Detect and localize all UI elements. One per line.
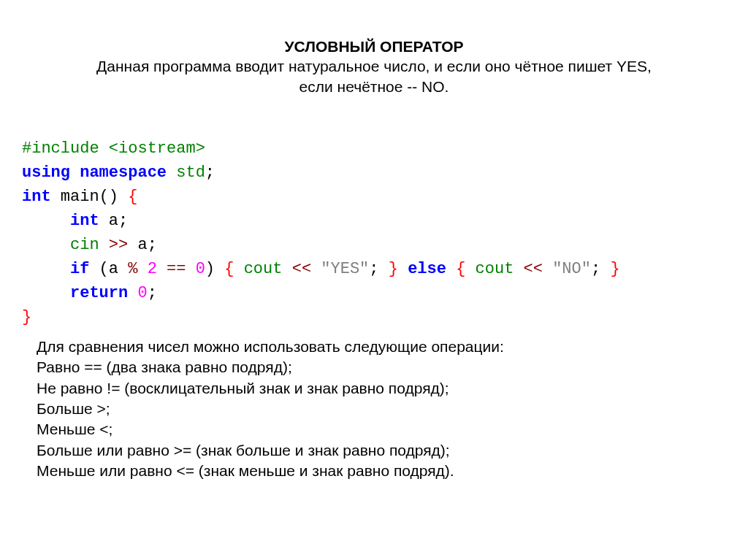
code-brace-open: {: [215, 260, 244, 278]
slide-subtitle-line1: Данная программа вводит натуральное числ…: [22, 56, 726, 76]
code-return: return: [70, 284, 128, 302]
code-if: if: [70, 260, 89, 278]
code-semi: ;: [118, 212, 128, 230]
code-block: #include <iostream> using namespace std;…: [22, 137, 726, 329]
code-int: int: [22, 188, 51, 206]
header-block: УСЛОВНЫЙ ОПЕРАТОР Данная программа вводи…: [22, 37, 726, 96]
code-indent: [22, 284, 70, 302]
code-brace-close: }: [379, 260, 408, 278]
code-string-no: "NO": [552, 260, 591, 278]
code-shl: <<: [514, 260, 552, 278]
code-rparen: ): [205, 260, 215, 278]
code-cin: cin: [70, 236, 99, 254]
code-indent: [22, 260, 70, 278]
code-var-a2: a: [128, 236, 147, 254]
notes-line: Меньше или равно <= (знак меньше и знак …: [37, 461, 726, 481]
code-shr: >>: [99, 236, 129, 254]
code-iostream: <iostream>: [99, 139, 205, 158]
code-include-directive: #include: [22, 139, 99, 158]
code-eqeq: ==: [157, 260, 196, 278]
code-lparen: (: [89, 260, 108, 278]
notes-line: Меньше <;: [37, 419, 726, 440]
code-namespace: namespace: [70, 164, 167, 182]
code-semi: ;: [148, 284, 157, 302]
code-two: 2: [148, 260, 157, 278]
code-else: else: [408, 260, 446, 278]
code-int2: int: [70, 212, 99, 230]
code-semi: ;: [148, 236, 157, 254]
code-ret-zero: 0: [128, 284, 147, 302]
code-indent: [22, 212, 70, 230]
code-semi: ;: [205, 164, 215, 182]
code-a: a: [109, 260, 128, 278]
slide-subtitle-line2: если нечётное -- NO.: [22, 77, 726, 96]
code-brace-open: {: [128, 188, 137, 206]
notes-line: Больше >;: [37, 399, 726, 419]
code-using: using: [22, 164, 70, 182]
code-cout: cout: [476, 260, 514, 278]
notes-line: Не равно != (восклицательный знак и знак…: [37, 378, 726, 399]
code-cout: cout: [244, 260, 283, 278]
slide-title: УСЛОВНЫЙ ОПЕРАТОР: [22, 37, 726, 56]
code-main: main: [51, 188, 99, 206]
code-mod: %: [128, 260, 147, 278]
code-zero: 0: [196, 260, 205, 278]
code-paren: (): [99, 188, 118, 206]
code-std: std: [167, 164, 205, 182]
code-string-yes: "YES": [321, 260, 369, 278]
code-var-a: a: [99, 212, 118, 230]
code-space: [118, 188, 128, 206]
code-shl: <<: [282, 260, 321, 278]
code-brace-open: {: [446, 260, 476, 278]
notes-block: Для сравнения чисел можно использовать с…: [37, 337, 726, 481]
code-semi: ;: [369, 260, 378, 278]
notes-line: Равно == (два знака равно подряд);: [37, 357, 726, 377]
code-semi: ;: [591, 260, 600, 278]
notes-line: Больше или равно >= (знак больше и знак …: [37, 440, 726, 461]
code-indent: [22, 236, 70, 254]
slide-container: УСЛОВНЫЙ ОПЕРАТОР Данная программа вводи…: [0, 0, 748, 503]
code-brace-close: }: [22, 308, 31, 326]
code-brace-close: }: [600, 260, 619, 278]
notes-intro: Для сравнения чисел можно использовать с…: [37, 337, 726, 357]
